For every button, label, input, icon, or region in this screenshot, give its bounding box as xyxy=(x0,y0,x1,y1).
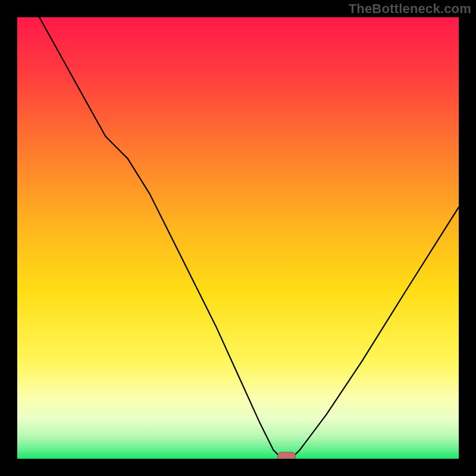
optimal-marker xyxy=(278,452,296,459)
chart-frame: TheBottleneck.com xyxy=(0,0,476,476)
plot-area xyxy=(17,17,459,459)
chart-svg xyxy=(17,17,459,459)
gradient-background xyxy=(17,17,459,459)
watermark-text: TheBottleneck.com xyxy=(349,1,471,17)
